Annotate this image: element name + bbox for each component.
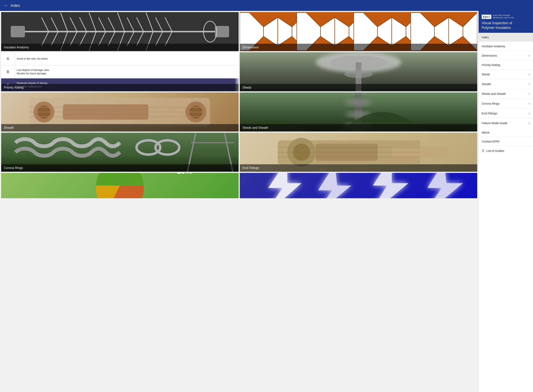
card-label-anatomy: Insulator Anatomy: [1, 44, 239, 51]
nav-item-corona-rings[interactable]: Corona Rings ›: [479, 99, 533, 108]
chevron-failure-icon: ›: [529, 121, 530, 125]
nav-label-list-of-guides: List of Guides: [486, 149, 504, 152]
failure1-bg: 10%: [1, 173, 239, 198]
card-label-end-fittings: End Fittings: [240, 164, 477, 172]
nav-label-end-fittings: End Fittings: [482, 112, 497, 115]
nav-item-failure-mode-guide[interactable]: Failure Mode Guide ›: [479, 118, 533, 128]
card-sheds[interactable]: Sheds: [240, 52, 477, 91]
card-end-fittings[interactable]: End Fittings: [240, 133, 477, 172]
hamburger-icon: ☰: [482, 149, 484, 153]
nav-item-insulator-anatomy[interactable]: Insulator Anatomy: [479, 42, 533, 51]
svg-point-33: [344, 70, 373, 78]
svg-marker-20: [335, 17, 349, 46]
card-label-sheath: Sheath: [1, 124, 239, 131]
epri-logo: epri: [482, 15, 491, 19]
nav-item-sheath[interactable]: Sheath ›: [479, 79, 533, 89]
nav-item-sheds-and-sheath[interactable]: Sheds and Sheath ›: [479, 89, 533, 99]
svg-point-45: [345, 93, 372, 94]
nav-label-sheath: Sheath: [482, 82, 491, 86]
nav-label-about: About: [482, 131, 489, 134]
card-failure1[interactable]: 10%: [1, 173, 239, 198]
nav-item-list-of-guides[interactable]: ☰ List of Guides: [479, 146, 533, 155]
svg-marker-28: [449, 17, 463, 46]
card-label-dimensions: Dimensions: [240, 44, 477, 51]
epri-subtitle: Electric Power Research Institute: [493, 14, 514, 19]
failure2-bg: [240, 173, 477, 198]
svg-point-46: [344, 99, 373, 106]
content-area: Grounded End Energized End Shed Sheath: [0, 11, 478, 392]
nav-label-contact-epri: Contact EPRI: [482, 140, 500, 143]
chevron-sheath-icon: ›: [529, 82, 530, 86]
card-corona-rings[interactable]: Corona Rings: [1, 133, 239, 172]
card-grid: Grounded End Energized End Shed Sheath: [1, 12, 477, 198]
topbar: ← Index: [0, 0, 533, 11]
svg-marker-15: [264, 17, 278, 46]
nav-label-priority-rating: Priority Rating: [482, 63, 500, 66]
nav-item-sheds[interactable]: Sheds ›: [479, 70, 533, 79]
nav-item-about[interactable]: About: [479, 128, 533, 137]
card-label-priority: Priority Rating: [1, 84, 239, 91]
chevron-dimensions-icon: ›: [529, 53, 530, 58]
priority-desc-a: Good or like new. No action: [15, 56, 50, 62]
sidebar-header: epri Electric Power Research Institute V…: [479, 11, 533, 33]
sidebar-app-title: Visual Inspection of Polymer Insulators: [482, 21, 530, 30]
chevron-sheds-sheath-icon: ›: [529, 92, 530, 96]
svg-marker-27: [435, 17, 449, 46]
sidebar-logo-area: epri Electric Power Research Institute: [482, 14, 530, 19]
nav-label-dimensions: Dimensions: [482, 54, 497, 57]
card-insulator-anatomy[interactable]: Grounded End Energized End Shed Sheath: [1, 12, 239, 51]
nav-label-index: Index: [482, 36, 489, 39]
nav-item-end-fittings[interactable]: End Fittings ›: [479, 108, 533, 118]
priority-letter-a: A: [1, 52, 15, 65]
svg-line-7: [49, 12, 72, 13]
svg-marker-23: [377, 17, 392, 46]
priority-row-b: B Low degree of damage, weaMonitor for f…: [1, 65, 239, 79]
svg-marker-16: [278, 17, 292, 46]
nav-label-sheds-and-sheath: Sheds and Sheath: [482, 92, 506, 95]
nav-item-contact-epri[interactable]: Contact EPRI: [479, 137, 533, 146]
svg-rect-5: [11, 26, 25, 37]
chevron-sheds-icon: ›: [529, 72, 530, 76]
card-sheds-and-sheath[interactable]: Sheds and Sheath: [240, 93, 477, 131]
nav-item-index[interactable]: Index: [479, 33, 533, 42]
card-failure2[interactable]: [240, 173, 477, 198]
priority-letter-b: B: [1, 65, 15, 78]
sidebar-nav: Index Insulator Anatomy Dimensions › Pri…: [479, 33, 533, 392]
page-title: Index: [10, 3, 20, 8]
nav-item-priority-rating[interactable]: Priority Rating: [479, 61, 533, 70]
priority-row-a: A Good or like new. No action: [1, 52, 239, 65]
svg-line-8: [120, 12, 130, 13]
chevron-corona-icon: ›: [529, 102, 530, 106]
nav-item-dimensions[interactable]: Dimensions ›: [479, 51, 533, 61]
card-label-sheds: Sheds: [240, 84, 477, 91]
card-dimensions[interactable]: Dimensions: [240, 12, 477, 51]
back-button[interactable]: ←: [4, 3, 8, 8]
card-priority-rating[interactable]: A Good or like new. No action B Low degr…: [1, 52, 239, 91]
card-label-corona: Corona Rings: [1, 164, 239, 172]
card-sheath[interactable]: Sheath: [1, 93, 239, 131]
nav-label-corona-rings: Corona Rings: [482, 102, 500, 105]
card-label-sheds-sheath: Sheds and Sheath: [240, 124, 477, 131]
nav-label-insulator-anatomy: Insulator Anatomy: [482, 44, 505, 48]
svg-marker-24: [392, 17, 406, 46]
priority-desc-b: Low degree of damage, weaMonitor for fut…: [15, 67, 51, 76]
chevron-end-fittings-icon: ›: [529, 111, 530, 115]
main-layout: Grounded End Energized End Shed Sheath: [0, 11, 533, 392]
sidebar: epri Electric Power Research Institute V…: [478, 11, 533, 392]
svg-text:10%: 10%: [177, 173, 192, 175]
svg-marker-19: [320, 17, 335, 46]
nav-label-sheds: Sheds: [482, 73, 490, 76]
nav-label-failure-mode-guide: Failure Mode Guide: [482, 121, 507, 125]
back-arrow-icon: ←: [4, 3, 8, 8]
